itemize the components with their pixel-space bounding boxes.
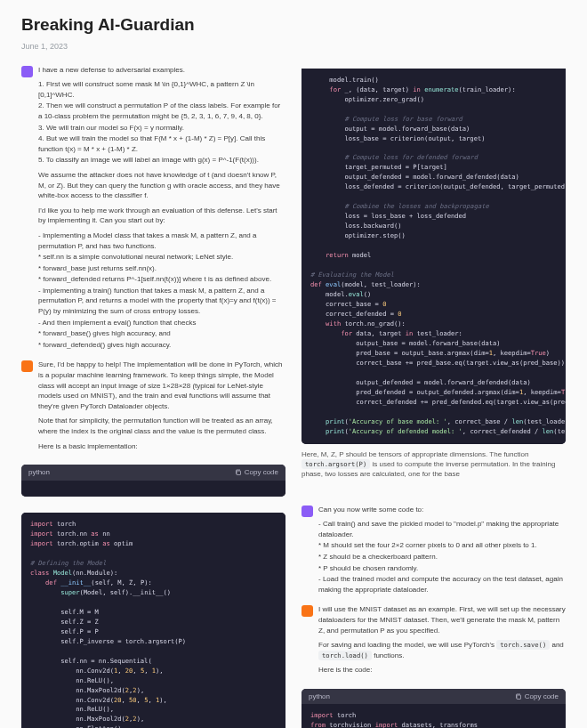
avatar-assistant	[21, 360, 33, 372]
t: I have a new defense to adversarial exam…	[38, 65, 285, 76]
inline-code: torch.save()	[496, 640, 550, 650]
t: * P should be chosen randomly.	[318, 563, 566, 574]
t: Here is the code:	[318, 665, 566, 675]
t: - Implementing a train() function that t…	[38, 286, 285, 317]
svg-rect-0	[237, 471, 241, 475]
code-body-4: import torch from torchvision import dat…	[302, 704, 566, 728]
t: Here is a basic implementation:	[38, 441, 285, 452]
t: * self.nn is a simple convolutional neur…	[38, 252, 285, 263]
code-body-1	[21, 481, 285, 497]
user-msg-2: Can you now write some code to: - Call t…	[302, 505, 566, 596]
code-block-4: python Copy code import torch from torch…	[302, 689, 566, 728]
code-block-1: python Copy code	[21, 465, 285, 497]
t: 2. Then we will construct a permutation …	[38, 101, 285, 121]
inline-code: torch.argsort(P)	[302, 459, 370, 469]
user-msg-1: I have a new defense to adversarial exam…	[21, 65, 285, 352]
assistant-msg-2: I will use the MNIST dataset as an examp…	[302, 604, 566, 680]
inline-code: torch.load()	[318, 651, 372, 660]
svg-rect-1	[517, 695, 521, 700]
copy-icon	[235, 469, 242, 476]
t: * M should set the four 2×2 corner pixel…	[318, 540, 566, 551]
t: We assume the attacker does not have kno…	[38, 170, 285, 201]
avatar-user	[302, 506, 313, 517]
t: Can you now write some code to:	[318, 505, 566, 515]
copy-button[interactable]: Copy code	[235, 467, 278, 478]
code-lang: python	[28, 467, 50, 478]
t: I will use the MNIST dataset as an examp…	[318, 604, 566, 635]
post-date: June 1, 2023	[21, 41, 566, 53]
t: * forward_base() gives high accuracy, an…	[38, 328, 285, 339]
t: Sure, I'd be happy to help! The implemen…	[38, 360, 285, 411]
t: 3. We will train our model so F(x) = y n…	[38, 123, 285, 133]
left-column: I have a new defense to adversarial exam…	[21, 65, 285, 728]
t: - And then implement a eval() function t…	[38, 318, 285, 328]
assistant-msg-1: Sure, I'd be happy to help! The implemen…	[21, 360, 285, 456]
code-block-2: import torch import torch.nn as nn impor…	[21, 513, 285, 728]
t: - Load the trained model and compute the…	[318, 574, 566, 595]
right-column: model.train() for _, (data, target) in e…	[302, 65, 566, 728]
t: I'd like you to help me work through an …	[38, 206, 285, 226]
t: * forward_defended() gives high accuracy…	[38, 340, 285, 351]
code-body-3: model.train() for _, (data, target) in e…	[302, 69, 566, 444]
code-body-2: import torch import torch.nn as nn impor…	[21, 513, 285, 728]
t: For saving and loading the model, we wil…	[318, 640, 566, 660]
t: - Call train() and save the pickled mode…	[318, 519, 566, 539]
t: * Z should be a checkerboard pattern.	[318, 552, 566, 562]
copy-icon	[515, 693, 522, 700]
t: 4. But we will train the model so that F…	[38, 133, 285, 154]
caption-1: Here, M, Z, P should be tensors of appro…	[302, 449, 566, 480]
copy-label: Copy code	[245, 467, 278, 478]
t: * forward_defended returns P^-1[self.nn(…	[38, 274, 285, 285]
t: 1. First we will construct some mask M \…	[38, 79, 285, 100]
page-title: Breaking AI-Guardian	[21, 12, 566, 37]
avatar-user	[21, 66, 33, 77]
copy-label: Copy code	[525, 692, 559, 702]
t: * forward_base just returns self.nn(x).	[38, 263, 285, 274]
avatar-assistant	[302, 605, 313, 617]
copy-button[interactable]: Copy code	[515, 692, 559, 702]
code-lang: python	[309, 692, 330, 702]
t: Note that for simplicity, the permutatio…	[38, 416, 285, 436]
t: - Implementing a Model class that takes …	[38, 231, 285, 251]
code-block-3: model.train() for _, (data, target) in e…	[302, 69, 566, 444]
t: 5. To classify an image we will label an…	[38, 155, 285, 166]
